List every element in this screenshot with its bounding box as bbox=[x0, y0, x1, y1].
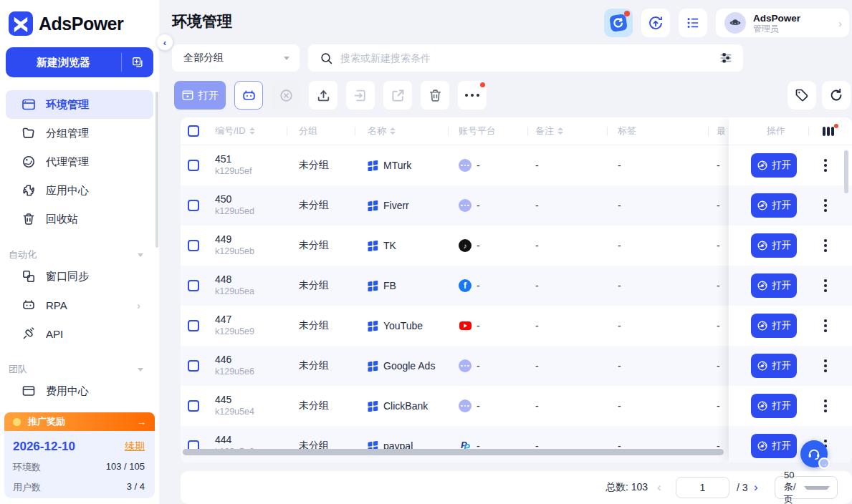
sidebar-item-2[interactable]: 代理管理 bbox=[6, 147, 153, 176]
more-actions-button[interactable] bbox=[458, 81, 487, 110]
sidebar-item-4[interactable]: 回收站 bbox=[6, 205, 153, 233]
ellipsis-icon bbox=[465, 94, 479, 97]
select-all-checkbox[interactable] bbox=[188, 125, 199, 137]
group-filter-select[interactable]: 全部分组 bbox=[172, 44, 300, 72]
row-more-menu[interactable] bbox=[824, 279, 827, 292]
sort-icon[interactable] bbox=[249, 127, 255, 135]
new-browser-label: 新建浏览器 bbox=[6, 56, 121, 69]
tag-manager-button[interactable] bbox=[788, 81, 816, 110]
sidebar-subitem-0-2[interactable]: API bbox=[6, 319, 153, 348]
vertical-scrollbar[interactable] bbox=[844, 150, 848, 193]
environment-icon bbox=[368, 401, 378, 412]
page-number-input[interactable] bbox=[676, 477, 729, 498]
row-tags: - bbox=[607, 280, 708, 291]
chevron-down-icon bbox=[284, 57, 289, 60]
task-list-button[interactable] bbox=[679, 9, 707, 37]
batch-create-icon[interactable] bbox=[122, 56, 153, 69]
sidebar-subitem-1-0[interactable]: 费用中心 bbox=[6, 377, 153, 405]
customer-support-button[interactable]: → bbox=[800, 440, 828, 467]
row-checkbox[interactable] bbox=[188, 320, 199, 331]
total-count: 总数: 103 bbox=[606, 481, 648, 494]
update-button[interactable] bbox=[641, 9, 670, 37]
dots-platform-icon bbox=[459, 199, 472, 212]
avatar bbox=[724, 12, 746, 34]
sidebar-item-3[interactable]: 应用中心 bbox=[6, 176, 153, 205]
adspower-logo-icon bbox=[9, 11, 33, 36]
row-number: 451 bbox=[215, 153, 287, 165]
column-settings-icon[interactable] bbox=[823, 127, 834, 136]
row-open-button[interactable]: 打开 bbox=[751, 314, 797, 338]
row-more-menu[interactable] bbox=[824, 359, 827, 372]
sidebar-item-1[interactable]: 分组管理 bbox=[6, 119, 153, 147]
row-group: 未分组 bbox=[287, 319, 355, 332]
horizontal-scrollbar[interactable] bbox=[183, 449, 724, 455]
row-open-button[interactable]: 打开 bbox=[751, 394, 797, 418]
row-open-button[interactable]: 打开 bbox=[751, 153, 797, 178]
row-checkbox[interactable] bbox=[188, 200, 199, 211]
search-icon bbox=[320, 52, 333, 65]
share-button[interactable] bbox=[383, 81, 412, 110]
row-actions: 打开 bbox=[729, 185, 852, 226]
advanced-filter-icon[interactable] bbox=[719, 51, 733, 65]
menu-label: API bbox=[46, 328, 63, 340]
search-input[interactable] bbox=[340, 52, 719, 64]
delete-button[interactable] bbox=[421, 81, 449, 110]
arrow-right-icon: → bbox=[818, 457, 830, 469]
row-open-button[interactable]: 打开 bbox=[751, 273, 797, 298]
account-menu[interactable]: AdsPower 管理员 › bbox=[716, 9, 849, 37]
column-header-2[interactable]: 名称 bbox=[355, 117, 448, 145]
page-size-select[interactable]: 50条/页 bbox=[775, 476, 838, 499]
env-count-label: 环境数 bbox=[13, 461, 41, 474]
dots-platform-icon bbox=[459, 399, 472, 412]
page-size-value: 50条/页 bbox=[784, 470, 804, 504]
page-title: 环境管理 bbox=[172, 11, 232, 32]
sidebar-collapse-button[interactable]: ‹ bbox=[157, 34, 173, 50]
sidebar-scrollbar[interactable] bbox=[155, 92, 158, 248]
row-checkbox[interactable] bbox=[188, 360, 199, 372]
row-checkbox[interactable] bbox=[188, 160, 199, 171]
open-selected-button[interactable]: 打开 bbox=[174, 81, 226, 110]
environment-name: Fiverr bbox=[383, 199, 409, 212]
row-number: 447 bbox=[215, 314, 287, 326]
row-open-button[interactable]: 打开 bbox=[751, 434, 797, 458]
row-checkbox[interactable] bbox=[188, 240, 199, 251]
section-header-1[interactable]: 团队 bbox=[0, 362, 159, 377]
renew-link[interactable]: 续期 bbox=[125, 440, 145, 453]
sunbrowser-app-button[interactable] bbox=[604, 9, 633, 37]
sort-icon[interactable] bbox=[390, 127, 396, 135]
row-open-button[interactable]: 打开 bbox=[751, 354, 797, 378]
refresh-button[interactable] bbox=[822, 81, 851, 110]
row-number: 450 bbox=[215, 193, 287, 205]
promo-banner[interactable]: 推广奖励 → bbox=[4, 412, 155, 431]
export-upload-button[interactable] bbox=[309, 81, 338, 110]
sidebar-subitem-0-0[interactable]: 窗口同步 bbox=[6, 262, 153, 291]
sidebar-item-0[interactable]: 环境管理 bbox=[6, 90, 153, 119]
prev-page-button[interactable]: ‹ bbox=[657, 480, 661, 495]
row-checkbox[interactable] bbox=[188, 400, 199, 412]
row-open-label: 打开 bbox=[772, 199, 791, 212]
sidebar-subitem-0-1[interactable]: RPA › bbox=[6, 291, 153, 319]
row-checkbox[interactable] bbox=[188, 280, 199, 291]
sort-icon[interactable] bbox=[557, 127, 563, 135]
row-more-menu[interactable] bbox=[824, 199, 827, 212]
next-page-button[interactable]: › bbox=[754, 480, 758, 495]
column-header-4[interactable]: 备注 bbox=[527, 117, 607, 145]
row-more-menu[interactable] bbox=[824, 399, 827, 412]
import-button[interactable] bbox=[346, 81, 375, 110]
row-more-menu[interactable] bbox=[824, 239, 827, 252]
row-more-menu[interactable] bbox=[824, 319, 827, 332]
puzzle-icon bbox=[21, 183, 36, 198]
cancel-button[interactable] bbox=[272, 81, 300, 110]
column-header-0[interactable]: 编号/ID bbox=[215, 117, 287, 145]
new-browser-button[interactable]: 新建浏览器 bbox=[6, 47, 153, 77]
rpa-batch-button[interactable] bbox=[234, 81, 263, 110]
notification-dot bbox=[624, 11, 630, 16]
row-more-menu[interactable] bbox=[824, 159, 827, 172]
row-group: 未分组 bbox=[287, 239, 355, 252]
browser-icon bbox=[757, 440, 768, 452]
row-open-label: 打开 bbox=[772, 399, 791, 412]
coin-icon bbox=[11, 417, 22, 427]
row-open-button[interactable]: 打开 bbox=[751, 193, 797, 218]
row-open-button[interactable]: 打开 bbox=[751, 233, 797, 258]
section-header-0[interactable]: 自动化 bbox=[0, 248, 159, 262]
